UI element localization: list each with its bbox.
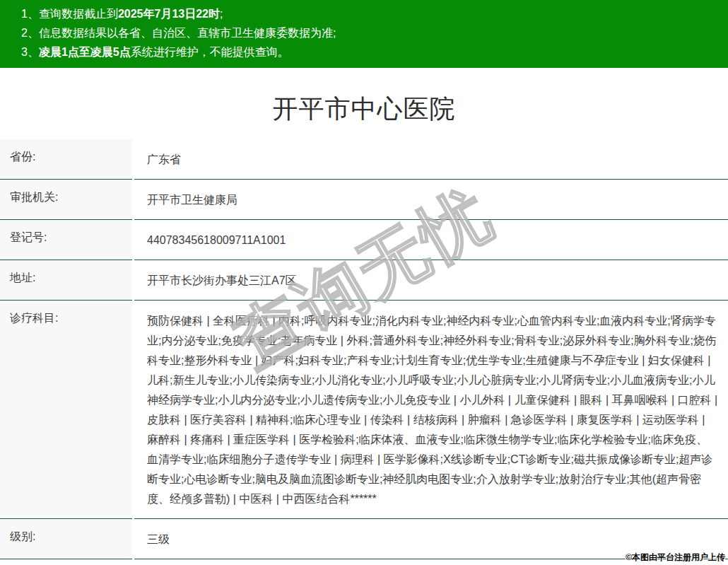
notice-text-bold: 2025年7月13日22时	[118, 8, 220, 20]
row-label: 登记号:	[0, 220, 132, 260]
notice-text: 信息数据结果以各省、自治区、直辖市卫生健康委数据为准;	[39, 27, 336, 39]
row-address: 地址: 开平市长沙街办事处三江A7区	[0, 260, 728, 301]
row-registration-number: 登记号: 44078345618009711A1001	[0, 220, 728, 260]
row-label: 诊疗科目:	[0, 301, 132, 519]
notice-text-bold: 凌晨1点至凌晨5点	[39, 46, 131, 58]
row-label: 省份:	[0, 139, 132, 180]
notice-line-3: 3、凌晨1点至凌晨5点系统进行维护，不能提供查询。	[21, 42, 714, 62]
row-level: 级别: 三级	[0, 519, 728, 559]
row-value: 开平市长沙街办事处三江A7区	[134, 260, 728, 301]
hospital-detail-page: 1、查询数据截止到2025年7月13日22时; 2、信息数据结果以各省、自治区、…	[0, 0, 728, 565]
row-label: 级别:	[0, 519, 132, 559]
platform-attribution: ©本图由平台注册用户上传	[626, 552, 725, 564]
row-value: 广东省	[134, 139, 728, 180]
notice-text: 查询数据截止到	[39, 8, 118, 20]
page-title: 开平市中心医院	[0, 92, 728, 127]
notice-text: 系统进行维护，不能提供查询。	[131, 46, 289, 58]
notice-line-1: 1、查询数据截止到2025年7月13日22时;	[21, 4, 714, 23]
row-label: 审批机关:	[0, 180, 132, 220]
row-province: 省份: 广东省	[0, 139, 728, 180]
notice-number: 1、	[21, 8, 39, 20]
notice-number: 3、	[21, 46, 39, 58]
notice-line-2: 2、信息数据结果以各省、自治区、直辖市卫生健康委数据为准;	[21, 23, 714, 42]
row-value: 44078345618009711A1001	[134, 220, 728, 260]
row-value: 预防保健科 | 全科医疗科 | 内科;呼吸内科专业;消化内科专业;神经内科专业;…	[134, 301, 728, 519]
row-label: 地址:	[0, 260, 132, 301]
hospital-info-table: 省份: 广东省 审批机关: 开平市卫生健康局 登记号: 440783456180…	[0, 139, 728, 559]
notice-number: 2、	[21, 27, 39, 39]
row-value: 开平市卫生健康局	[134, 180, 728, 220]
notice-banner: 1、查询数据截止到2025年7月13日22时; 2、信息数据结果以各省、自治区、…	[0, 0, 728, 68]
row-approval-authority: 审批机关: 开平市卫生健康局	[0, 180, 728, 220]
notice-text: ;	[220, 8, 223, 20]
row-medical-departments: 诊疗科目: 预防保健科 | 全科医疗科 | 内科;呼吸内科专业;消化内科专业;神…	[0, 301, 728, 519]
